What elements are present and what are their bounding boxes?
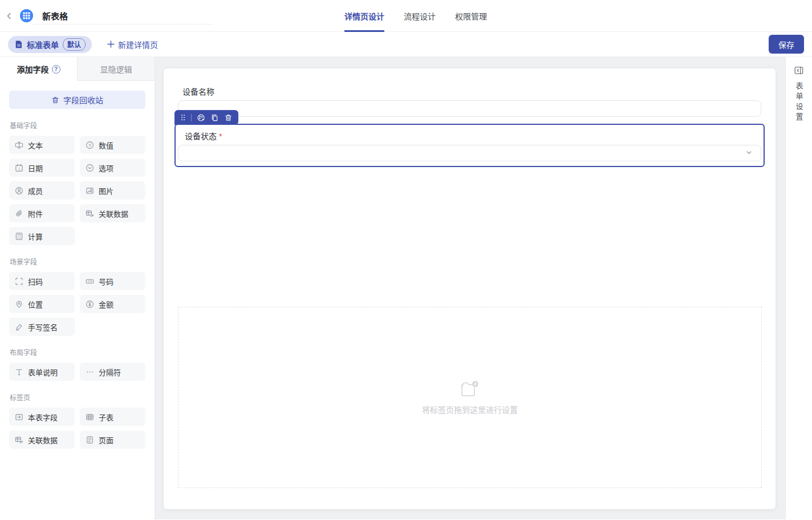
field-recycle-bin-button[interactable]: 字段回收站 <box>9 91 145 109</box>
form-field-device-status-selected[interactable]: 设备状态* <box>174 124 765 167</box>
layout-fields-grid: 表单说明 分隔符 <box>9 363 145 381</box>
selected-field-toolbar <box>174 110 238 125</box>
app-header: 新表格 详情页设计 流程设计 权限管理 <box>0 0 812 32</box>
document-icon <box>15 40 23 48</box>
form-pill-label: 标准表单 <box>27 39 59 50</box>
required-asterisk: * <box>219 132 222 141</box>
tab-page-dropzone[interactable]: 将标签页拖到这里进行设置 <box>178 307 762 488</box>
field-item-linked-data[interactable]: 关联数据 <box>80 204 145 222</box>
chevron-down-icon <box>745 149 753 158</box>
device-name-input[interactable] <box>178 100 761 117</box>
scan-icon <box>15 277 23 286</box>
member-icon <box>15 186 23 195</box>
form-settings-label[interactable]: 表单设置 <box>794 82 805 123</box>
default-badge: 默认 <box>63 38 86 51</box>
field-item-scan[interactable]: 扫码 <box>9 272 75 290</box>
group-title-tab-page: 标签页 <box>10 392 145 402</box>
field-item-divider[interactable]: 分隔符 <box>80 363 145 381</box>
field-item-image[interactable]: 图片 <box>80 181 145 200</box>
tab-flow-design[interactable]: 流程设计 <box>404 0 436 32</box>
subtable-icon <box>86 413 94 421</box>
device-status-select[interactable] <box>178 145 761 161</box>
save-button[interactable]: 保存 <box>769 35 804 54</box>
form-field-device-name[interactable]: 设备名称 <box>178 86 761 117</box>
svg-text:1: 1 <box>18 167 20 170</box>
form-settings-rail: 表单设置 <box>785 57 812 519</box>
table-field-icon <box>15 413 23 421</box>
tab-page-grid: 本表字段 子表 关联数据 页面 <box>9 408 145 449</box>
dropzone-hint: 将标签页拖到这里进行设置 <box>422 404 518 415</box>
form-toolbar: 标准表单 默认 新建详情页 保存 <box>0 32 812 57</box>
group-title-layout-fields: 布局字段 <box>10 347 145 357</box>
linked-data-icon <box>15 436 23 444</box>
field-item-date[interactable]: 1 日期 <box>9 159 75 177</box>
date-icon: 1 <box>15 164 23 172</box>
attachment-icon <box>15 209 23 218</box>
ellipsis-icon <box>86 368 94 376</box>
group-title-basic-fields: 基础字段 <box>10 120 145 130</box>
field-item-current-table-field[interactable]: 本表字段 <box>9 408 75 426</box>
signature-icon <box>15 323 23 331</box>
number-icon: 9 <box>86 141 94 149</box>
svg-text:9: 9 <box>88 143 91 148</box>
option-icon <box>86 164 94 172</box>
standard-form-pill[interactable]: 标准表单 默认 <box>8 36 92 53</box>
text-note-icon <box>15 368 23 376</box>
scene-fields-grid: 扫码 123 号码 位置 金额 手写签名 <box>9 272 145 336</box>
field-item-signature[interactable]: 手写签名 <box>9 318 75 336</box>
palette-icon[interactable] <box>197 113 205 122</box>
sidebar-body: 字段回收站 基础字段 文本 9 数值 1 日期 选项 <box>0 81 155 449</box>
toolbar-divider <box>191 114 192 121</box>
text-field-icon <box>15 141 23 149</box>
number-plate-icon: 123 <box>86 277 94 286</box>
field-item-amount[interactable]: 金额 <box>80 295 145 313</box>
basic-fields-grid: 文本 9 数值 1 日期 选项 成员 <box>9 136 145 245</box>
location-icon <box>15 300 23 308</box>
sidebar-tab-visibility-logic[interactable]: 显隐逻辑 <box>77 57 155 81</box>
copy-icon[interactable] <box>210 113 219 122</box>
page-icon <box>86 436 94 444</box>
field-item-text[interactable]: 文本 <box>9 136 75 154</box>
field-item-member[interactable]: 成员 <box>9 181 75 200</box>
field-item-linked-data-tab[interactable]: 关联数据 <box>9 430 75 449</box>
field-item-phone-number[interactable]: 123 号码 <box>80 272 145 290</box>
main-content: 添加字段 ? 显隐逻辑 字段回收站 基础字段 文本 <box>0 57 812 519</box>
folder-plus-icon <box>460 380 480 397</box>
plus-icon <box>107 40 115 48</box>
form-canvas: 设备名称 <box>155 57 785 519</box>
field-label: 设备状态* <box>185 130 761 141</box>
field-sidebar: 添加字段 ? 显隐逻辑 字段回收站 基础字段 文本 <box>0 57 155 519</box>
new-detail-page-button[interactable]: 新建详情页 <box>107 39 158 50</box>
amount-icon <box>86 300 94 308</box>
group-title-scene-fields: 场景字段 <box>10 257 145 266</box>
field-item-attachment[interactable]: 附件 <box>9 204 75 222</box>
back-button[interactable] <box>2 9 16 23</box>
image-icon <box>86 186 94 195</box>
field-item-subtable[interactable]: 子表 <box>80 408 145 426</box>
app-grid-icon <box>20 9 33 22</box>
form-card: 设备名称 <box>164 68 776 509</box>
page-title[interactable]: 新表格 <box>42 10 68 22</box>
title-underline <box>33 24 213 25</box>
question-icon[interactable]: ? <box>52 65 60 74</box>
delete-icon[interactable] <box>224 113 233 122</box>
tab-permission[interactable]: 权限管理 <box>455 0 487 32</box>
tab-detail-page-design[interactable]: 详情页设计 <box>344 0 384 32</box>
field-item-option[interactable]: 选项 <box>80 159 145 177</box>
sidebar-tabs: 添加字段 ? 显隐逻辑 <box>0 57 155 81</box>
drag-handle-icon[interactable] <box>180 113 186 121</box>
collapse-panel-icon[interactable] <box>794 66 803 75</box>
sidebar-tab-add-field[interactable]: 添加字段 ? <box>0 57 77 81</box>
field-item-page[interactable]: 页面 <box>80 430 145 449</box>
calculator-icon <box>15 232 23 241</box>
trash-icon <box>51 96 59 104</box>
field-item-location[interactable]: 位置 <box>9 295 75 313</box>
svg-text:123: 123 <box>88 280 92 283</box>
field-item-form-note[interactable]: 表单说明 <box>9 363 75 381</box>
field-item-number[interactable]: 9 数值 <box>80 136 145 154</box>
field-item-calculate[interactable]: 计算 <box>9 227 75 245</box>
main-tabs: 详情页设计 流程设计 权限管理 <box>344 0 487 32</box>
field-label: 设备名称 <box>182 86 761 97</box>
linked-data-icon <box>86 209 94 218</box>
